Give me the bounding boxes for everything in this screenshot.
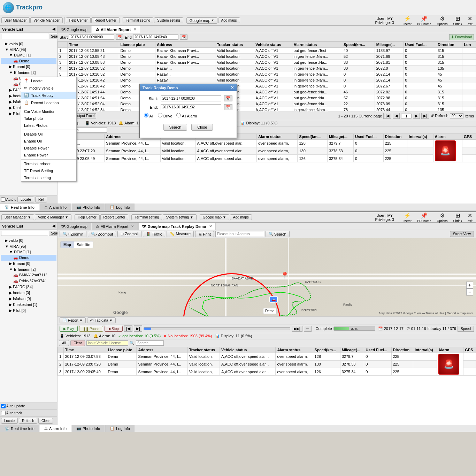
tab-photo-info-2[interactable]: 📷 Photo Info <box>72 425 105 432</box>
satellite-btn[interactable]: Satellite <box>74 241 93 248</box>
end-btn[interactable]: ⊣ <box>304 326 312 332</box>
exit-btn-2[interactable]: ✕ exit <box>466 212 475 223</box>
tree-item-valdo-2[interactable]: ▶ valdo [0] <box>1 238 56 244</box>
table-row[interactable]: 2 2017-12-07 10:08:43 Demo Razavi Khoras… <box>58 54 476 60</box>
add-maps-btn-2[interactable]: Add maps <box>230 214 252 220</box>
table-row[interactable]: 3 2017-12-07 10:08:53 Demo Razavi Khoras… <box>58 60 476 66</box>
tab-log-info-1[interactable]: 📋 Log Info <box>105 204 135 210</box>
last-page-btn[interactable]: ▶| <box>421 113 429 119</box>
radio-all-alarm[interactable] <box>176 113 181 117</box>
ctx-track-replay[interactable]: 🔄 Track Replay <box>21 92 76 99</box>
table-row[interactable]: 7 2017-12-07 10:10:42 Demo Razav... Vali… <box>58 83 476 89</box>
table-row[interactable]: 9 2017-12-07 14:51:54 Demo Razav... Vali… <box>58 95 476 101</box>
vehicle-license-input[interactable] <box>86 340 128 346</box>
skip-end-btn[interactable]: ▶▶| <box>292 326 302 332</box>
dialog-start-picker[interactable]: 📅 <box>224 95 232 101</box>
start-date-input[interactable] <box>69 34 114 40</box>
zoomout-btn[interactable]: 🔍- Zoomout <box>88 231 116 237</box>
ctx-terminal-setting[interactable]: Terminal setting <box>21 174 76 181</box>
map-btn[interactable]: Map <box>61 241 74 248</box>
auto-update-check[interactable] <box>1 197 6 202</box>
table-row[interactable]: 5 2017-12-07 10:10:32 Demo Razav... Vali… <box>58 71 476 77</box>
all-btn-2[interactable]: All <box>59 340 69 346</box>
tab-photo-info-1[interactable]: 📷 Photo Info <box>72 204 105 210</box>
measure-btn[interactable]: 📏 Measure <box>167 231 194 237</box>
system-setting-btn[interactable]: System setting <box>154 17 183 23</box>
page-input[interactable] <box>401 114 412 118</box>
tab-realtime-info-2[interactable]: 📡 Real time Info <box>0 425 39 432</box>
locate-btn[interactable]: Locate <box>17 197 34 202</box>
add-maps-btn[interactable]: Add maps <box>218 17 240 23</box>
tab-google-map[interactable]: 🗺 Google map <box>57 26 91 33</box>
vehicle-search-input-2[interactable] <box>1 231 48 236</box>
tree-item-bmw-2[interactable]: 🚗 BMW-12sat711/ <box>1 272 56 278</box>
panel-close-icon[interactable]: ◀ <box>52 27 55 31</box>
tree-item-valdo[interactable]: ▶ valdo [0] <box>1 41 56 47</box>
options-btn-2[interactable]: ⚙ Options <box>435 212 450 223</box>
dialog-close-button[interactable]: Close <box>191 124 213 131</box>
tag-data-btn[interactable]: 🏷 Tag data ▼ <box>87 317 116 323</box>
vehicle-search-input[interactable] <box>1 34 48 39</box>
options-btn[interactable]: ⚙ Options <box>435 15 450 26</box>
end-date-picker-btn[interactable]: 📅 <box>180 34 187 40</box>
tree-item-pilot-2[interactable]: ▶ Pilot [0] <box>1 308 56 314</box>
terminal-setting-btn[interactable]: Terminal setting <box>123 17 153 23</box>
ctx-enable-oil[interactable]: Enable Oil <box>21 138 76 145</box>
zoom-out-btn[interactable]: − <box>466 289 473 295</box>
system-setting-btn-2[interactable]: System setting ▼ <box>163 214 196 220</box>
tab-google-map-2[interactable]: 🗺 Google map <box>57 223 91 230</box>
pause-btn[interactable]: ❚❚ Pause <box>79 326 103 332</box>
tree-item-emami[interactable]: ▶ Emami [0] <box>1 64 56 70</box>
auto-track-check[interactable] <box>1 411 6 415</box>
prev-page-btn[interactable]: ◀ <box>393 113 400 119</box>
table-row[interactable]: 2 2017-12-09 23:07:20 Demo Semnan Provin… <box>58 360 476 368</box>
stop-btn[interactable]: ■ Stop <box>105 326 122 332</box>
address-input[interactable] <box>215 231 264 237</box>
table-row[interactable]: 10 2017-12-07 14:52:04 Demo Razav... Val… <box>58 101 476 107</box>
ctx-terminal-reboot[interactable]: Terminal reboot <box>21 160 76 167</box>
tab-all-alarm-report[interactable]: ⚠ All Alarm Report ✕ <box>92 26 140 33</box>
google-map-btn[interactable]: Google map ▼ <box>186 17 217 24</box>
radio-all[interactable] <box>144 113 148 117</box>
table-row[interactable]: 3 2017-12-09 23:05:49 Demo Semnan Provin… <box>58 368 476 376</box>
shrink-btn-2[interactable]: ⊞ Shrink <box>451 212 464 223</box>
clear-input-btn[interactable]: Clear <box>70 340 85 346</box>
report-btn[interactable]: 📄 Report ▼ <box>60 317 86 323</box>
report-center-btn[interactable]: Report Center <box>91 17 120 23</box>
table-row[interactable]: 11 2017-12-07 14:52:34 Demo ...rasan Pro… <box>58 107 476 112</box>
dialog-close-btn[interactable]: ✕ <box>231 85 234 90</box>
speed-btn[interactable]: Speed <box>458 326 474 332</box>
tab-alarm-info-1[interactable]: ⚠ Alarm Info <box>40 204 71 210</box>
poi-name-btn[interactable]: 📌 POI name <box>415 15 433 26</box>
map-search-btn[interactable]: 🔍 Search <box>266 231 290 237</box>
user-manager-btn[interactable]: User Manager <box>1 17 30 23</box>
prev-frame-btn[interactable]: |◀ <box>124 325 132 332</box>
tab-close-2[interactable]: ✕ <box>131 224 134 228</box>
tree-item-isfahan-2[interactable]: ▶ Isfahan [0] <box>1 296 56 302</box>
street-view-btn[interactable]: Street View <box>450 231 474 237</box>
tree-item-khakestani-2[interactable]: ▶ Khakestani [1] <box>1 302 56 308</box>
table-row[interactable]: 6 2017-12-07 10:10:42 Demo Razav... Vali… <box>58 77 476 83</box>
ctx-car-voice[interactable]: Car Voice Monitor <box>21 108 76 115</box>
traffic-btn[interactable]: 🚦 Traffic <box>143 231 165 237</box>
dialog-end-input[interactable] <box>161 104 221 110</box>
vehicle-manager-btn-2[interactable]: Vehicle Manager ▼ <box>35 214 71 220</box>
auto-update-check-2[interactable] <box>1 404 6 408</box>
tree-item-fajrg-2[interactable]: ▶ FAJRG [84] <box>1 284 56 290</box>
download-btn[interactable]: ⬇ Download <box>449 34 474 40</box>
tree-item-erfaniann-2[interactable]: ▼ Erfaniann [2] <box>1 267 56 272</box>
tab-log-info-2[interactable]: 📋 Log Info <box>105 425 135 432</box>
zoomin-btn[interactable]: 🔍+ Zoomin <box>60 231 86 237</box>
terminal-setting-btn-2[interactable]: Terminal setting <box>131 214 162 220</box>
table-row[interactable]: 4 2017-12-07 10:10:32 Demo Razavi... Val… <box>58 66 476 71</box>
radio-drive[interactable] <box>158 113 162 117</box>
table-row[interactable]: 2017-12-09 23:05:49 Semnan Province, 44,… <box>58 155 476 162</box>
tree-item-demo-2[interactable]: 🚗 Demo <box>1 255 56 261</box>
first-page-btn[interactable]: |◀ <box>383 113 391 119</box>
user-manager-btn-2[interactable]: User Manager ▼ <box>1 214 34 220</box>
tree-item-emami-2[interactable]: ▶ Emami [0] <box>1 261 56 267</box>
play-btn[interactable]: ▶ Play <box>60 326 78 332</box>
ctx-take-photo[interactable]: Take photo <box>21 115 76 122</box>
ctx-te-reset[interactable]: TE Reset Setting <box>21 167 76 174</box>
map-area[interactable]: 🚗 Demo 📍 Tehran NORTH SHAHRAN SAADAT ABA… <box>57 238 476 316</box>
